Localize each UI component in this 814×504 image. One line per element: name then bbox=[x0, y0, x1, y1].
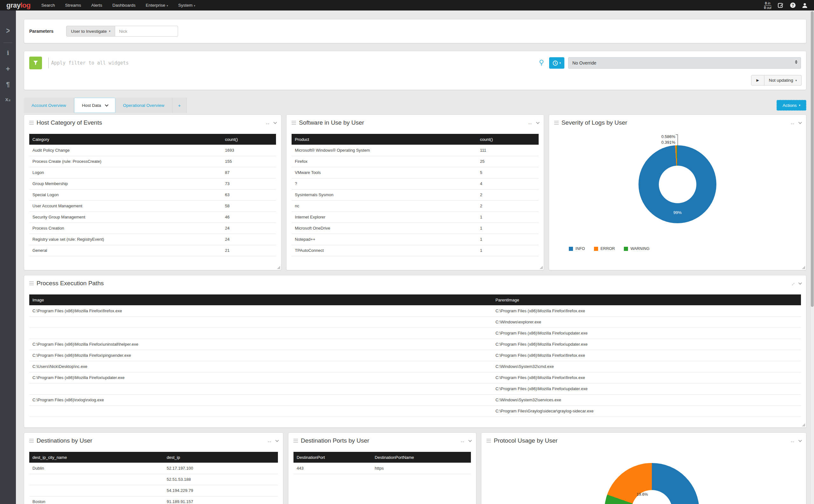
legend-item[interactable]: INFO bbox=[569, 246, 585, 251]
sidebar-formatting-icon[interactable]: ¶ bbox=[6, 81, 10, 88]
table-cell[interactable] bbox=[29, 474, 163, 485]
edit-dashboards-icon[interactable] bbox=[778, 2, 784, 8]
user-menu-icon[interactable] bbox=[802, 3, 808, 8]
table-cell[interactable]: VMware Tools bbox=[292, 167, 477, 178]
table-cell[interactable]: C:\Program Files (x86)\Mozilla Firefox\u… bbox=[492, 328, 801, 339]
table-cell[interactable]: Dublin bbox=[29, 463, 163, 474]
table-cell[interactable]: ? bbox=[292, 178, 477, 189]
table-cell[interactable]: C:\Program Files\Graylog\sidecar\graylog… bbox=[492, 405, 801, 417]
help-icon[interactable]: ? bbox=[790, 3, 796, 8]
table-cell[interactable]: Audit Policy Change bbox=[29, 145, 222, 156]
table-cell[interactable]: 1 bbox=[477, 223, 539, 234]
tab-host-data[interactable]: Host Data bbox=[74, 98, 115, 113]
table-cell[interactable]: 73 bbox=[222, 178, 276, 189]
drag-handle-icon[interactable] bbox=[554, 121, 559, 125]
table-cell[interactable]: C:\Program Files (x86)\Mozilla Firefox\f… bbox=[492, 350, 801, 361]
table-cell[interactable]: Sysinternals Sysmon bbox=[292, 189, 477, 200]
table-cell[interactable]: Process Create (rule: ProcessCreate) bbox=[29, 156, 222, 167]
table-cell[interactable]: Notepad++ bbox=[292, 234, 477, 245]
table-cell[interactable]: Logon bbox=[29, 167, 222, 178]
resize-corner-handle[interactable] bbox=[802, 423, 805, 426]
chevron-down-icon[interactable] bbox=[273, 121, 277, 124]
table-cell[interactable]: Internet Explorer bbox=[292, 211, 477, 223]
resize-corner-handle[interactable] bbox=[277, 266, 280, 269]
graylog-logo[interactable]: graylog bbox=[6, 1, 31, 10]
table-cell[interactable]: 4 bbox=[477, 178, 539, 189]
table-cell[interactable]: nc bbox=[292, 200, 477, 211]
table-cell[interactable] bbox=[29, 383, 492, 394]
sidebar-subscript-icon[interactable]: x₂ bbox=[5, 96, 10, 103]
table-cell[interactable]: 155 bbox=[222, 156, 276, 167]
table-cell[interactable]: C:\Program Files (x86)\Mozilla Firefox\u… bbox=[492, 339, 801, 350]
table-cell[interactable]: 25 bbox=[477, 156, 539, 167]
table-cell[interactable]: 24 bbox=[222, 223, 276, 234]
tab-add-new[interactable]: + bbox=[172, 98, 187, 113]
table-cell[interactable]: C:\Windows\System32\cmd.exe bbox=[492, 361, 801, 372]
table-cell[interactable]: C:\Windows\explorer.exe bbox=[492, 316, 801, 328]
table-cell[interactable] bbox=[29, 328, 492, 339]
drag-handle-icon[interactable] bbox=[29, 439, 34, 443]
table-cell[interactable]: 443 bbox=[293, 463, 372, 474]
table-cell[interactable]: C:\Program Files (x86)\Mozilla Firefox\f… bbox=[492, 305, 801, 316]
table-cell[interactable]: Microsoft OneDrive bbox=[292, 223, 477, 234]
table-cell[interactable]: Security Group Management bbox=[29, 211, 222, 223]
table-cell[interactable]: Group Membership bbox=[29, 178, 222, 189]
drag-handle-icon[interactable] bbox=[293, 439, 298, 443]
table-cell[interactable]: Registry value set (rule: RegistryEvent) bbox=[29, 234, 222, 245]
timerange-override-select[interactable]: No Override bbox=[568, 57, 801, 69]
legend-item[interactable]: WARNING bbox=[624, 246, 650, 251]
nav-item-system[interactable]: System▾ bbox=[178, 3, 195, 8]
nav-item-streams[interactable]: Streams bbox=[65, 3, 81, 8]
table-cell[interactable]: 5 bbox=[477, 167, 539, 178]
table-cell[interactable]: 1 bbox=[477, 245, 539, 256]
nav-item-enterprise[interactable]: Enterprise▾ bbox=[146, 3, 168, 8]
drag-handle-icon[interactable] bbox=[292, 121, 296, 125]
resize-corner-handle[interactable] bbox=[802, 266, 805, 269]
drag-handle-icon[interactable] bbox=[29, 121, 34, 125]
tab-operational-overview[interactable]: Operational Overview bbox=[115, 98, 172, 113]
tab-account-overview[interactable]: Account Overview bbox=[24, 98, 74, 113]
sidebar-expand-icon[interactable]: > bbox=[6, 26, 10, 36]
table-cell[interactable]: 52.17.197.100 bbox=[163, 463, 278, 474]
vertical-scrollbar[interactable] bbox=[810, 10, 814, 504]
table-cell[interactable]: C:\Program Files (x86)\Mozilla Firefox\u… bbox=[29, 339, 492, 350]
table-cell[interactable]: 46 bbox=[222, 211, 276, 223]
table-cell[interactable]: C:\Program Files (x86)\Mozilla Firefox\f… bbox=[29, 305, 492, 316]
nav-item-alerts[interactable]: Alerts bbox=[91, 3, 102, 8]
parameter-value-input[interactable] bbox=[115, 26, 178, 37]
table-cell[interactable]: C:\Program Files (x86)\Mozilla Firefox\u… bbox=[29, 372, 492, 383]
table-cell[interactable] bbox=[29, 316, 492, 328]
table-cell[interactable]: 91.189.91.157 bbox=[163, 496, 278, 504]
table-cell[interactable]: 24 bbox=[222, 234, 276, 245]
table-cell[interactable]: 54.194.229.79 bbox=[163, 485, 278, 496]
table-cell[interactable]: TPAutoConnect bbox=[292, 245, 477, 256]
chevron-down-icon[interactable] bbox=[798, 438, 802, 442]
table-cell[interactable]: Boston bbox=[29, 496, 163, 504]
resize-width-icon[interactable]: ↔ bbox=[267, 438, 272, 444]
resize-width-icon[interactable]: ↔ bbox=[790, 438, 795, 444]
parameter-name-dropdown[interactable]: User to Investigate▾ bbox=[66, 26, 115, 37]
table-cell[interactable]: 63 bbox=[222, 189, 276, 200]
table-cell[interactable] bbox=[29, 405, 492, 417]
table-cell[interactable]: C:\Users\Nick\Desktop\nc.exe bbox=[29, 361, 492, 372]
chevron-down-icon[interactable] bbox=[536, 121, 539, 124]
table-cell[interactable]: 87 bbox=[222, 167, 276, 178]
table-cell[interactable]: Firefox bbox=[292, 156, 477, 167]
table-cell[interactable]: C:\Program Files (x86)\Mozilla Firefox\f… bbox=[492, 372, 801, 383]
table-cell[interactable]: 1 bbox=[477, 211, 539, 223]
table-cell[interactable]: C:\Program Files (x86)\nxlog\nxlog.exe bbox=[29, 394, 492, 405]
filter-query-input[interactable] bbox=[51, 60, 535, 66]
table-cell[interactable]: Special Logon bbox=[29, 189, 222, 200]
legend-item[interactable]: ERROR bbox=[594, 246, 615, 251]
table-cell[interactable]: User Account Management bbox=[29, 200, 222, 211]
table-cell[interactable]: 111 bbox=[477, 145, 539, 156]
table-cell[interactable]: 52.51.53.188 bbox=[163, 474, 278, 485]
throughput-indicator[interactable]: 0 in 0 out bbox=[764, 1, 771, 10]
nav-item-dashboards[interactable]: Dashboards bbox=[113, 3, 136, 8]
chevron-down-icon[interactable] bbox=[468, 438, 472, 442]
drag-handle-icon[interactable] bbox=[29, 281, 34, 286]
filter-button[interactable] bbox=[29, 57, 42, 69]
sidebar-info-icon[interactable]: i bbox=[7, 49, 9, 56]
donut-chart[interactable]: 19.6% bbox=[604, 463, 699, 504]
resize-width-icon[interactable]: ↔ bbox=[265, 120, 270, 126]
